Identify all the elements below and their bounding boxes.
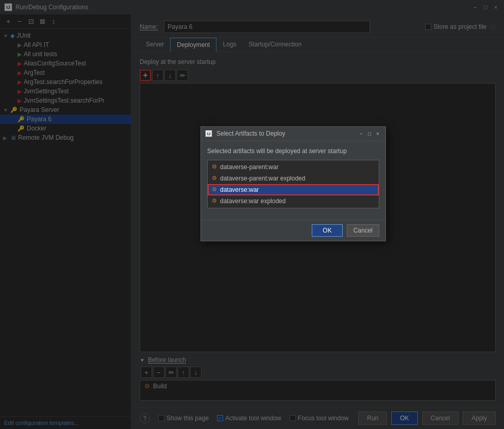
artifact-label: dataverse:war exploded bbox=[220, 197, 285, 205]
modal-cancel-button[interactable]: Cancel bbox=[347, 224, 379, 237]
select-artifacts-dialog: IJ Select Artifacts to Deploy − □ × Sele… bbox=[200, 126, 386, 241]
artifact-icon: ⚙ bbox=[212, 175, 217, 182]
artifact-label: dataverse-parent:war bbox=[220, 163, 278, 171]
artifact-label: dataverse-parent:war exploded bbox=[220, 175, 305, 182]
modal-minimize-button[interactable]: − bbox=[358, 130, 365, 137]
artifact-item-dataverse-war[interactable]: ⚙ dataverse:war bbox=[208, 184, 379, 195]
artifact-item-dataverse-war-exploded[interactable]: ⚙ dataverse:war exploded bbox=[208, 195, 379, 207]
artifact-icon: ⚙ bbox=[212, 163, 217, 170]
artifact-list: ⚙ dataverse-parent:war ⚙ dataverse-paren… bbox=[207, 160, 379, 208]
modal-ok-button[interactable]: OK bbox=[312, 224, 342, 237]
artifact-icon: ⚙ bbox=[212, 197, 217, 204]
modal-content: Selected artifacts will be deployed at s… bbox=[201, 141, 385, 220]
main-window: IJ Run/Debug Configurations − □ × + − ⊡ … bbox=[0, 0, 504, 429]
modal-close-button[interactable]: × bbox=[374, 130, 381, 137]
artifact-item-dataverse-parent-war-exploded[interactable]: ⚙ dataverse-parent:war exploded bbox=[208, 173, 379, 184]
modal-title: Select Artifacts to Deploy bbox=[216, 130, 358, 137]
modal-footer: OK Cancel bbox=[201, 220, 385, 241]
modal-description: Selected artifacts will be deployed at s… bbox=[207, 147, 379, 155]
modal-logo: IJ bbox=[205, 130, 212, 137]
modal-maximize-button[interactable]: □ bbox=[366, 130, 373, 137]
artifact-icon: ⚙ bbox=[212, 186, 217, 193]
artifact-item-dataverse-parent-war[interactable]: ⚙ dataverse-parent:war bbox=[208, 161, 379, 173]
modal-overlay: IJ Select Artifacts to Deploy − □ × Sele… bbox=[0, 0, 504, 429]
modal-controls: − □ × bbox=[358, 130, 381, 137]
modal-title-bar: IJ Select Artifacts to Deploy − □ × bbox=[201, 127, 385, 141]
artifact-label: dataverse:war bbox=[220, 186, 259, 193]
